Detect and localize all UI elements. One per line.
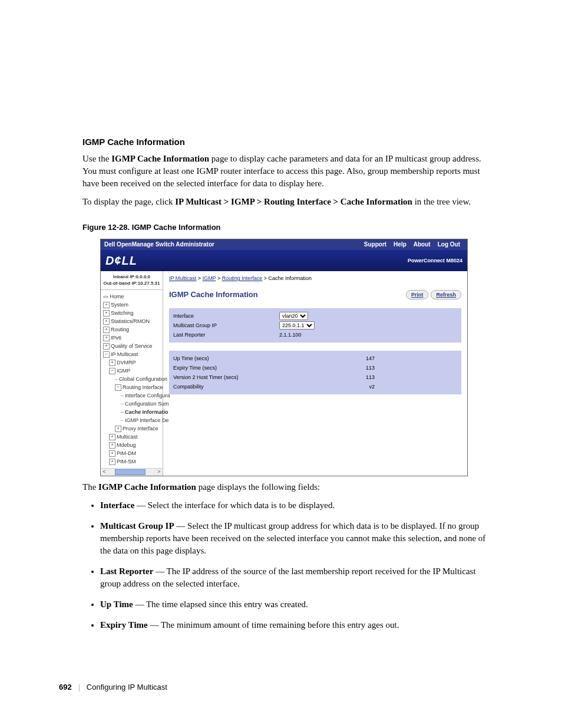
tree-label: Configuration Sum (125, 401, 169, 407)
compat-label: Compatibility (173, 382, 279, 391)
tree-label: Cache Informatio (125, 409, 168, 415)
crumb-ri[interactable]: Routing Interface (222, 275, 263, 281)
list-item: Multicast Group IP — Select the IP multi… (100, 520, 491, 557)
collapse-icon[interactable]: − (109, 368, 115, 374)
list-item: Interface — Select the interface for whi… (100, 499, 491, 512)
expand-icon[interactable]: + (103, 335, 110, 341)
expand-icon[interactable]: + (103, 343, 110, 350)
tree-igmp[interactable]: −IGMP (109, 367, 161, 375)
tree-mdebug[interactable]: +Mdebug (109, 441, 161, 449)
logout-link[interactable]: Log Out (438, 241, 460, 249)
tree-pimsm[interactable]: +PIM-SM (109, 457, 161, 466)
expand-icon[interactable]: + (103, 310, 110, 317)
expand-icon[interactable]: + (109, 450, 115, 457)
page-title-row: IGMP Cache Information Print Refresh (169, 289, 461, 300)
term: IGMP Cache Information (98, 482, 196, 492)
window-titlebar: Dell OpenManage Switch Administrator Sup… (101, 239, 467, 250)
mgip-select[interactable]: 225.0.1.1 (279, 321, 315, 330)
embedded-screenshot: Dell OpenManage Switch Administrator Sup… (100, 239, 468, 476)
field-desc: — The IP address of the source of the la… (100, 566, 476, 588)
tree-dvmrp[interactable]: +DVMRP (109, 358, 161, 367)
about-link[interactable]: About (414, 241, 431, 249)
tree-switching[interactable]: +Switching (103, 309, 161, 317)
tree-multicast[interactable]: +Multicast (109, 433, 161, 441)
panel-inputs: Interface vlan20 Multicast Group IP 225.… (169, 308, 461, 342)
sidebar: Inband IP:0.0.0.0 Out-of-band IP:10.27.5… (101, 271, 163, 475)
tree-proxy[interactable]: +Proxy Interface (115, 424, 161, 433)
scroll-right-icon[interactable]: > (156, 468, 163, 476)
expand-icon[interactable]: + (103, 302, 110, 308)
interface-select[interactable]: vlan20 (279, 312, 308, 320)
term: IGMP Cache Information (111, 154, 209, 163)
tree-qos[interactable]: +Quality of Service (103, 342, 161, 350)
tree-home[interactable]: ▭ Home (103, 292, 161, 301)
section-heading: IGMP Cache Information (82, 136, 491, 148)
crumb-ipmc[interactable]: IP Multicast (169, 275, 196, 281)
print-button[interactable]: Print (406, 290, 429, 300)
field-desc: — The time elapsed since this entry was … (133, 599, 308, 609)
field-list: Interface — Select the interface for whi… (100, 499, 491, 631)
interface-label: Interface (173, 311, 279, 321)
tree-label: IGMP Interface De (125, 417, 168, 423)
text: Use the (82, 154, 111, 163)
oob-ip: Out-of-band IP:10.27.5.31 (102, 280, 161, 286)
scroll-thumb[interactable] (115, 469, 146, 475)
support-link[interactable]: Support (364, 241, 386, 249)
paragraph-1: Use the IGMP Cache Information page to d… (82, 153, 491, 190)
list-item: Expiry Time — The minimum amount of time… (100, 619, 491, 631)
tree-label: IGMP (117, 368, 130, 374)
tree-label: Home (110, 294, 124, 299)
tree-label: Mdebug (117, 442, 136, 448)
expand-icon[interactable]: + (103, 327, 110, 333)
page-number: 692 (59, 683, 72, 691)
page-title: IGMP Cache Information (169, 289, 258, 300)
text: The (82, 482, 98, 492)
tree-stats[interactable]: +Statistics/RMON (103, 317, 161, 325)
expand-icon[interactable]: + (103, 318, 110, 325)
expiry-value: 113 (366, 363, 375, 373)
tree-routing-interface[interactable]: −Routing Interface (115, 383, 161, 391)
tree-globalcfg[interactable]: –Global Configuration (115, 375, 161, 383)
chapter-title: Configuring IP Multicast (87, 683, 167, 691)
tree-routing[interactable]: +Routing (103, 325, 161, 334)
tree-pimdm[interactable]: +PIM-DM (109, 449, 161, 457)
crumb-igmp[interactable]: IGMP (203, 275, 216, 281)
tree-label: Proxy Interface (123, 426, 158, 431)
expand-icon[interactable]: + (109, 442, 115, 449)
ip-info: Inband IP:0.0.0.0 Out-of-band IP:10.27.5… (101, 271, 163, 289)
tree-cacheinfo[interactable]: –Cache Informatio (121, 408, 161, 416)
sidebar-scrollbar[interactable]: < > (101, 468, 163, 476)
nav-tree: ▭ Home +System +Switching +Statistics/RM… (101, 290, 163, 468)
tree-ipv6[interactable]: +IPv6 (103, 334, 161, 342)
tree-label: PIM-DM (117, 450, 136, 456)
field-name: Up Time (100, 599, 133, 609)
tree-label: Routing Interface (123, 384, 163, 390)
refresh-button[interactable]: Refresh (431, 290, 461, 300)
brand-bar: D¢LL PowerConnect M8024 (101, 250, 467, 271)
scroll-left-icon[interactable]: < (101, 468, 108, 476)
expand-icon[interactable]: + (109, 360, 115, 366)
nav-path: IP Multicast > IGMP > Routing Interface … (175, 197, 412, 206)
expand-icon[interactable]: + (115, 426, 121, 432)
v2timer-value: 113 (366, 373, 375, 382)
tree-label: Multicast (117, 434, 138, 440)
list-item: Last Reporter — The IP address of the so… (100, 565, 491, 590)
collapse-icon[interactable]: − (115, 384, 121, 391)
tree-cfgsum[interactable]: –Configuration Sum (121, 400, 161, 408)
list-item: Up Time — The time elapsed since this en… (100, 598, 491, 611)
uptime-value: 147 (366, 354, 375, 363)
expand-icon[interactable]: + (109, 459, 115, 465)
content-pane: IP Multicast > IGMP > Routing Interface … (163, 271, 467, 475)
tree-system[interactable]: +System (103, 301, 161, 309)
field-name: Expiry Time (100, 620, 148, 630)
lastreporter-label: Last Reporter (173, 330, 279, 340)
field-desc: — Select the interface for which data is… (134, 500, 335, 510)
collapse-icon[interactable]: − (103, 351, 110, 358)
tree-ifcfg[interactable]: –Interface Configura (121, 391, 161, 400)
tree-igmpifdet[interactable]: –IGMP Interface De (121, 416, 161, 424)
help-link[interactable]: Help (394, 241, 406, 249)
tree-ipmc[interactable]: −IP Multicast (103, 350, 161, 358)
field-desc: — The minimum amount of time remaining b… (148, 620, 399, 630)
tree-label: PIM-SM (117, 459, 136, 465)
expand-icon[interactable]: + (109, 434, 115, 440)
